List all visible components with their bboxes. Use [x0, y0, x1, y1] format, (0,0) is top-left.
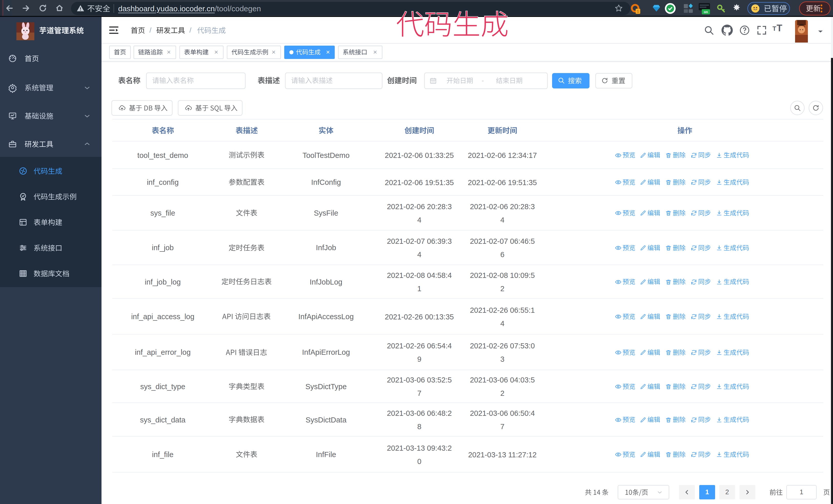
svg-text:on: on: [704, 10, 708, 14]
svg-text:1: 1: [637, 9, 639, 13]
